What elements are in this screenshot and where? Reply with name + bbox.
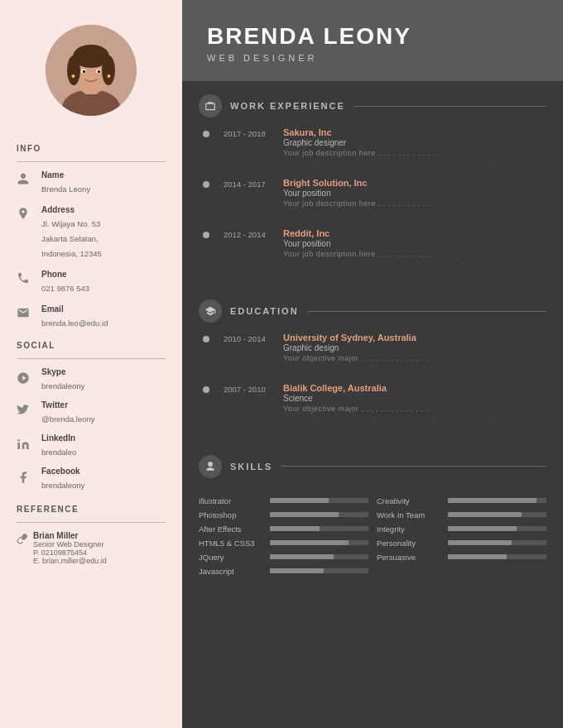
skill-left-3: HTML5 & CSS3 [199, 539, 368, 548]
education-timeline: 2010 - 2014 University of Sydney, Austra… [199, 333, 546, 422]
linkedin-icon [17, 438, 35, 454]
skype-value: brendaleony [41, 381, 84, 390]
email-icon [17, 306, 35, 323]
sidebar-content: INFO Name Brenda Leony Address Jl. Wijay… [0, 132, 182, 565]
edu-dot-1 [203, 336, 209, 342]
work-experience-section: WORK EXPERIENCE 2017 - 2018 Sakura, Inc … [182, 81, 563, 286]
header: BRENDA LEONY WEB DESIGNER [182, 0, 563, 81]
social-divider [17, 358, 166, 359]
skill-bar-bg-left-4 [270, 554, 368, 559]
linkedin-label: LinkedIn [41, 433, 76, 443]
location-icon [17, 207, 35, 223]
skill-name-right-4: Persuasive [377, 553, 443, 562]
skill-bar-fill-left-2 [270, 526, 320, 531]
edu-position-2: Science [283, 394, 546, 403]
dark-content-area: WORK EXPERIENCE 2017 - 2018 Sakura, Inc … [182, 81, 563, 728]
work-position-3: Your position [283, 239, 546, 248]
skype-icon [17, 371, 35, 388]
ref-email: E. brian.miller@edu.id [33, 557, 107, 565]
skills-icon [199, 455, 222, 478]
work-dots-1: . . . . . . . . . . . . . . . . . . . . … [283, 157, 546, 166]
skill-name-left-4: JQuery [199, 553, 265, 562]
work-year-1: 2017 - 2018 [224, 127, 283, 166]
facebook-icon [17, 471, 35, 487]
education-section: EDUCATION 2010 - 2014 University of Sydn… [182, 286, 563, 442]
education-icon [199, 299, 222, 323]
twitter-item: Twitter @brenda.leony [17, 400, 166, 425]
edu-position-1: Graphic design [283, 343, 546, 352]
email-info-item: Email brenda.leo@edu.id [17, 304, 166, 329]
skill-bar-bg-right-2 [448, 526, 546, 531]
svg-point-6 [102, 55, 115, 85]
work-desc-1: Your job description here . . . . . . . … [283, 149, 546, 157]
edu-desc-2: Your objective major . . . . . . . . . .… [283, 405, 546, 413]
edu-company-1: University of Sydney, Australia [283, 333, 546, 342]
edu-company-2: Bialik College, Australia [283, 383, 546, 393]
work-company-3: Reddit, Inc [283, 228, 546, 238]
address-label: Address [41, 205, 102, 214]
education-section-line [307, 311, 546, 312]
skill-bar-fill-left-1 [270, 512, 339, 517]
skill-left-2: After Effects [199, 524, 368, 534]
edu-dot-2 [203, 386, 209, 393]
ref-title: Senior Web Designer [33, 540, 107, 548]
facebook-item: Facebook brendaleony [17, 467, 166, 491]
reference-divider [17, 522, 166, 523]
edu-year-2: 2007 - 2010 [224, 383, 283, 422]
skill-bar-fill-right-1 [448, 512, 522, 517]
skill-name-left-5: Javascript [199, 567, 265, 576]
skill-right-2: Integrity [377, 524, 546, 534]
avatar-container [46, 25, 137, 116]
skill-right-1: Work In Team [377, 510, 546, 520]
edu-desc-1: Your objective major . . . . . . . . . .… [283, 354, 546, 362]
skill-bar-bg-right-4 [448, 554, 546, 559]
reference-item: Brian Miller Senior Web Designer P. 0210… [17, 531, 166, 565]
work-experience-header: WORK EXPERIENCE [199, 94, 546, 117]
skill-bar-bg-left-1 [270, 512, 368, 517]
work-dots-2: . . . . . . . . . . . . . . . . . . . . … [283, 208, 546, 217]
edu-item-1: 2010 - 2014 University of Sydney, Austra… [224, 333, 546, 371]
work-icon [199, 94, 222, 117]
twitter-label: Twitter [41, 400, 95, 410]
work-timeline: 2017 - 2018 Sakura, Inc Graphic designer… [199, 127, 546, 266]
skill-left-1: Photoshop [199, 510, 368, 520]
skill-bar-fill-left-0 [270, 498, 329, 503]
skill-bar-bg-right-0 [448, 498, 546, 503]
skill-bar-bg-right-3 [448, 540, 546, 545]
main-content: BRENDA LEONY WEB DESIGNER WORK EXPERIENC… [182, 0, 563, 728]
skill-name-left-2: After Effects [199, 524, 265, 534]
person-icon [17, 172, 35, 189]
skype-item: Skype brendaleony [17, 367, 166, 392]
work-body-3: Reddit, Inc Your position Your job descr… [283, 228, 546, 267]
skype-label: Skype [41, 367, 84, 376]
edu-year-1: 2010 - 2014 [224, 333, 283, 371]
timeline-dot-3 [203, 232, 209, 238]
work-desc-2: Your job description here . . . . . . . … [283, 199, 546, 208]
skills-header: SKILLS [199, 455, 546, 478]
education-header: EDUCATION [199, 299, 546, 323]
edu-dots-1: . . . . . . . . . . . . . . . . . . . . … [283, 362, 546, 371]
skill-bar-fill-right-2 [448, 526, 517, 531]
skill-bar-bg-left-2 [270, 526, 368, 531]
linkedin-value: brendaleo [41, 448, 76, 457]
skills-title: SKILLS [230, 462, 272, 472]
name-value: Brenda Leony [41, 184, 90, 194]
skill-name-left-3: HTML5 & CSS3 [199, 539, 265, 548]
edu-body-1: University of Sydney, Australia Graphic … [283, 333, 546, 371]
address-value: Jl. Wijaya No. 53Jakarta Selatan,Indones… [41, 219, 102, 258]
work-item-1: 2017 - 2018 Sakura, Inc Graphic designer… [224, 127, 546, 166]
svg-point-5 [67, 55, 80, 85]
phone-label: Phone [41, 270, 89, 279]
skill-left-5: Javascript [199, 567, 368, 576]
social-title: SOCIAL [17, 341, 166, 350]
ref-name: Brian Miller [33, 531, 107, 540]
skill-name-left-1: Photoshop [199, 510, 265, 520]
skill-name-left-0: Illustrator [199, 496, 265, 505]
svg-point-9 [83, 70, 86, 74]
facebook-label: Facebook [41, 467, 84, 476]
link-icon [17, 533, 28, 544]
svg-point-12 [108, 74, 111, 78]
work-experience-title: WORK EXPERIENCE [230, 101, 345, 111]
phone-value: 021 9876 543 [41, 284, 89, 293]
skill-name-right-3: Personality [377, 539, 443, 548]
